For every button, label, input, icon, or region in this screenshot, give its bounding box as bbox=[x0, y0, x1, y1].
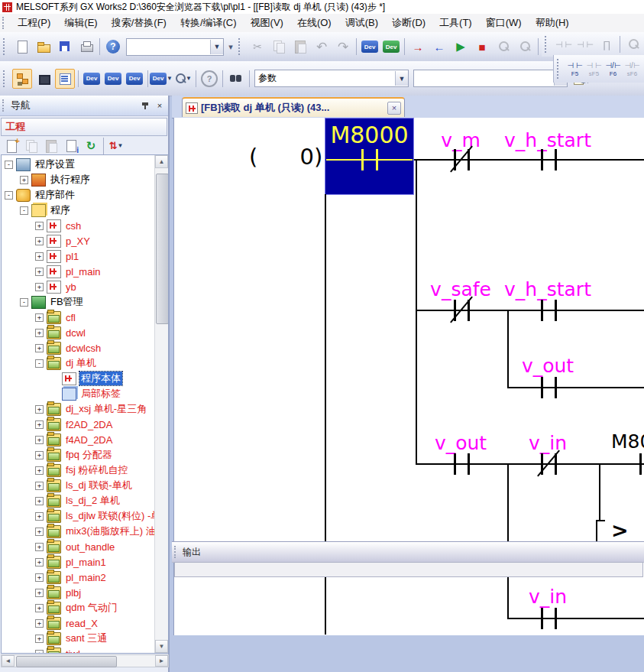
tree-expander[interactable]: + bbox=[35, 619, 44, 628]
menu-edit[interactable]: 编辑(E) bbox=[57, 14, 104, 32]
quick-combo[interactable]: ▼ bbox=[126, 38, 224, 56]
tree-expander[interactable]: + bbox=[35, 650, 44, 654]
tree-horizontal-scrollbar[interactable]: ◄ ► bbox=[1, 654, 169, 667]
tree-item[interactable]: + plbj bbox=[2, 585, 157, 600]
pulse-convert-button[interactable]: ∏ bbox=[597, 34, 616, 54]
device-monitor-button[interactable]: Dev bbox=[381, 37, 401, 57]
tree-expander[interactable]: + bbox=[35, 497, 44, 505]
menu-help[interactable]: 帮助(H) bbox=[529, 14, 576, 32]
menu-diagnostics[interactable]: 诊断(D) bbox=[385, 14, 432, 32]
scroll-up-button[interactable]: ▲ bbox=[155, 155, 168, 168]
tree-vertical-scrollbar[interactable]: ▲ ▼ bbox=[154, 155, 168, 653]
module-config-button[interactable] bbox=[34, 69, 53, 89]
open-project-button[interactable] bbox=[34, 37, 53, 57]
tree-item[interactable]: + fsj 粉碎机自控 bbox=[2, 463, 157, 478]
panel-close-button[interactable]: × bbox=[154, 100, 166, 112]
fkey-symbol-button[interactable]: ⊣/⊢ F6 bbox=[604, 56, 623, 82]
tree-expander[interactable]: + bbox=[35, 222, 44, 230]
tree-expander[interactable]: + bbox=[35, 237, 44, 245]
tree-item[interactable]: + cfl bbox=[2, 310, 157, 325]
tree-item[interactable]: + read_X bbox=[2, 615, 157, 631]
cut-button[interactable]: ✂ bbox=[248, 37, 267, 57]
tree-expander[interactable]: + bbox=[35, 405, 44, 414]
cross-reference-button[interactable] bbox=[226, 69, 246, 89]
tree-item[interactable]: + ls_djlw 联锁(料位) -单机 bbox=[2, 508, 157, 524]
device-batch-button[interactable]: Dev bbox=[125, 69, 144, 89]
tree-expander[interactable]: - bbox=[20, 206, 28, 215]
tree-item[interactable]: + pl_main2 bbox=[2, 570, 157, 585]
tree-expander[interactable]: + bbox=[35, 573, 44, 582]
scroll-thumb[interactable] bbox=[156, 174, 169, 324]
tree-item[interactable]: + qdm 气动门 bbox=[2, 600, 157, 615]
write-to-plc-button[interactable]: → bbox=[408, 37, 428, 57]
tree-item[interactable]: 局部标签 bbox=[2, 386, 157, 401]
document-tab[interactable]: [FB]读取 dj 单机 (只读) (43... × bbox=[182, 97, 405, 117]
tree-expander[interactable]: + bbox=[35, 543, 44, 551]
menu-view[interactable]: 视图(V) bbox=[244, 14, 290, 32]
tree-expander[interactable]: + bbox=[35, 482, 44, 490]
tree-item[interactable]: 程序本体 bbox=[2, 371, 157, 386]
menu-debug[interactable]: 调试(B) bbox=[338, 14, 385, 32]
device-display-button[interactable]: Dev▼ bbox=[151, 69, 171, 89]
tree-expander[interactable]: + bbox=[35, 252, 44, 261]
tree-item[interactable]: + dcwl bbox=[2, 325, 157, 340]
tree-expander[interactable]: + bbox=[35, 589, 44, 597]
scroll-down-button[interactable]: ▼ bbox=[155, 640, 168, 653]
device-search-button[interactable]: ▼ bbox=[173, 69, 193, 89]
monitor-write-button[interactable] bbox=[494, 37, 513, 57]
menu-tool[interactable]: 工具(T) bbox=[432, 14, 479, 32]
tree-item[interactable]: + sant 三通 bbox=[2, 631, 157, 646]
tree-item[interactable]: + pl_main bbox=[2, 264, 157, 279]
nav-copy-button[interactable] bbox=[22, 137, 40, 155]
tree-expander[interactable]: + bbox=[35, 420, 44, 429]
zoom-search-button[interactable] bbox=[623, 34, 643, 54]
tree-expander[interactable]: + bbox=[35, 283, 44, 291]
menu-find-replace[interactable]: 搜索/替换(F) bbox=[105, 14, 173, 32]
monitor-start-button[interactable]: ▶ bbox=[451, 37, 471, 57]
tree-item[interactable]: + out_handle bbox=[2, 539, 157, 554]
pin-button[interactable] bbox=[139, 100, 151, 112]
tree-item[interactable]: + pl_main1 bbox=[2, 554, 157, 570]
tree-expander[interactable]: + bbox=[35, 344, 44, 352]
tree-expander[interactable]: + bbox=[35, 268, 44, 276]
tree-item[interactable]: + p_XY bbox=[2, 233, 157, 248]
tree-expander[interactable]: + bbox=[35, 528, 44, 536]
navigation-window-button[interactable] bbox=[12, 69, 32, 89]
tree-item[interactable]: - FB管理 bbox=[2, 294, 157, 310]
monitor-stop-button[interactable]: ■ bbox=[472, 37, 492, 57]
property-button[interactable]: i bbox=[62, 137, 80, 155]
monitor-read-button[interactable] bbox=[515, 37, 535, 57]
tree-item[interactable]: + dj_xsj 单机-星三角 bbox=[2, 401, 157, 417]
tree-expander[interactable]: + bbox=[35, 466, 44, 475]
tree-expander[interactable]: + bbox=[35, 313, 44, 322]
menu-window[interactable]: 窗口(W) bbox=[479, 14, 529, 32]
tree-expander[interactable]: + bbox=[35, 604, 44, 612]
toolbar-overflow[interactable]: ▾ bbox=[226, 42, 235, 52]
tree-item[interactable]: + ls_dj_2 单机 bbox=[2, 493, 157, 508]
tree-item[interactable]: - 程序部件 bbox=[2, 187, 157, 203]
undo-button[interactable]: ↶ bbox=[312, 37, 332, 57]
tree-expander[interactable]: - bbox=[5, 191, 13, 200]
edit-rung-up-button[interactable]: ⊣ ⊢ bbox=[554, 34, 574, 54]
paste-button[interactable] bbox=[290, 37, 310, 57]
fkey-symbol-button[interactable]: ⊣ ⊢ F5 bbox=[565, 56, 584, 82]
tab-close-button[interactable]: × bbox=[387, 102, 401, 115]
scroll-thumb[interactable] bbox=[16, 656, 117, 667]
help-button[interactable]: ? bbox=[103, 37, 123, 57]
tree-item[interactable]: + dcwlcsh bbox=[2, 340, 157, 355]
tree-expander[interactable]: + bbox=[20, 176, 28, 184]
tree-item[interactable]: + f4AD_2DA bbox=[2, 432, 157, 447]
new-project-button[interactable] bbox=[12, 37, 32, 57]
tree-expander[interactable]: + bbox=[35, 512, 44, 521]
tree-expander[interactable]: + bbox=[35, 558, 44, 566]
tree-expander[interactable]: - bbox=[20, 298, 28, 307]
tree-item[interactable]: - 程序设置 bbox=[2, 157, 157, 172]
device-comment-button[interactable]: Dev bbox=[82, 69, 102, 89]
tree-expander[interactable]: + bbox=[35, 635, 44, 643]
tree-item[interactable]: + csh bbox=[2, 218, 157, 233]
scroll-right-button[interactable]: ► bbox=[155, 655, 168, 667]
read-from-plc-button[interactable]: ← bbox=[429, 37, 449, 57]
tree-expander[interactable]: - bbox=[35, 359, 44, 368]
device-combo[interactable]: 参数 ▼ bbox=[254, 70, 409, 87]
tree-item[interactable]: + pl1 bbox=[2, 248, 157, 264]
